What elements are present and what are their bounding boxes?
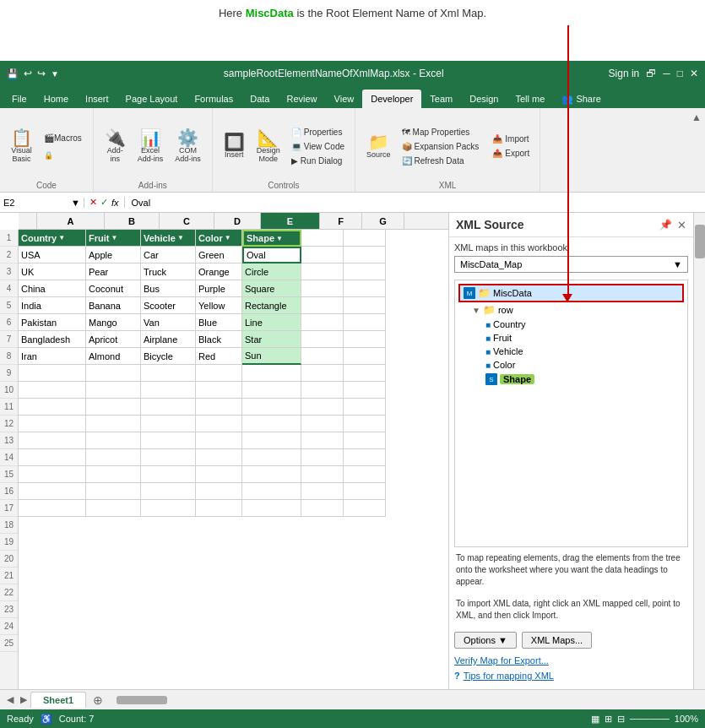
cell-c10[interactable] bbox=[141, 382, 196, 399]
cell-b10[interactable] bbox=[86, 382, 141, 399]
cell-a12[interactable] bbox=[19, 416, 86, 432]
cell-b13[interactable] bbox=[86, 432, 141, 449]
cell-a17[interactable] bbox=[19, 500, 86, 517]
tab-design[interactable]: Design bbox=[461, 90, 507, 108]
cell-e11[interactable] bbox=[242, 399, 301, 416]
cell-a13[interactable] bbox=[19, 432, 86, 449]
cell-a8[interactable]: Iran bbox=[19, 348, 86, 365]
tab-page-layout[interactable]: Page Layout bbox=[117, 90, 187, 108]
cell-e17[interactable] bbox=[242, 500, 301, 517]
cell-b4[interactable]: Coconut bbox=[86, 280, 141, 297]
cell-a15[interactable] bbox=[19, 466, 86, 483]
cell-b16[interactable] bbox=[86, 483, 141, 500]
cell-g10[interactable] bbox=[344, 382, 386, 399]
cell-f4[interactable] bbox=[301, 280, 344, 297]
ribbon-collapse-button[interactable]: ▲ bbox=[688, 108, 705, 192]
cell-d3[interactable]: Orange bbox=[196, 263, 242, 280]
cell-e16[interactable] bbox=[242, 483, 301, 500]
col-header-f[interactable]: F bbox=[320, 213, 362, 229]
cell-c15[interactable] bbox=[141, 466, 196, 483]
cell-b3[interactable]: Pear bbox=[86, 263, 141, 280]
page-layout-icon[interactable]: ⊞ bbox=[605, 714, 612, 725]
cell-c11[interactable] bbox=[141, 399, 196, 416]
tree-node-vehicle[interactable]: ■ Vehicle bbox=[485, 345, 684, 358]
cell-b15[interactable] bbox=[86, 466, 141, 483]
cell-b6[interactable]: Mango bbox=[86, 314, 141, 331]
insert-function-icon[interactable]: fx bbox=[111, 198, 119, 208]
cell-g16[interactable] bbox=[344, 483, 386, 500]
restore-button[interactable]: 🗗 bbox=[646, 68, 656, 79]
sheet-tab-sheet1[interactable]: Sheet1 bbox=[30, 692, 86, 708]
xml-maps-button[interactable]: XML Maps... bbox=[522, 632, 592, 649]
tab-data[interactable]: Data bbox=[241, 90, 278, 108]
cell-a9[interactable] bbox=[19, 365, 86, 382]
col-header-a[interactable]: A bbox=[37, 213, 105, 229]
cell-f15[interactable] bbox=[301, 466, 344, 483]
cell-b11[interactable] bbox=[86, 399, 141, 416]
addins-button[interactable]: 🔌 Add-ins bbox=[100, 127, 130, 166]
expansion-packs-button[interactable]: 📦 Expansion Packs bbox=[399, 140, 483, 153]
map-properties-button[interactable]: 🗺 Map Properties bbox=[399, 126, 483, 139]
cell-f12[interactable] bbox=[301, 416, 344, 432]
cell-b9[interactable] bbox=[86, 365, 141, 382]
cell-d13[interactable] bbox=[196, 432, 242, 449]
cell-f14[interactable] bbox=[301, 449, 344, 466]
cell-c5[interactable]: Scooter bbox=[141, 297, 196, 314]
cell-g6[interactable] bbox=[344, 314, 386, 331]
cell-a1[interactable]: Country bbox=[19, 230, 86, 247]
cell-c9[interactable] bbox=[141, 365, 196, 382]
cell-f16[interactable] bbox=[301, 483, 344, 500]
com-addins-button[interactable]: ⚙️ COMAdd-ins bbox=[171, 127, 205, 166]
cell-g12[interactable] bbox=[344, 416, 386, 432]
minimize-button[interactable]: ─ bbox=[663, 68, 670, 79]
cell-d11[interactable] bbox=[196, 399, 242, 416]
normal-view-icon[interactable]: ▦ bbox=[591, 714, 599, 725]
cell-a16[interactable] bbox=[19, 483, 86, 500]
cell-d12[interactable] bbox=[196, 416, 242, 432]
cell-d16[interactable] bbox=[196, 483, 242, 500]
import-button[interactable]: 📥 Import bbox=[489, 133, 533, 145]
tab-insert[interactable]: Insert bbox=[77, 90, 117, 108]
redo-button[interactable]: ↪ bbox=[37, 68, 46, 79]
cell-ref-dropdown[interactable]: ▼ bbox=[71, 198, 80, 208]
cell-b1[interactable]: Fruit bbox=[86, 230, 141, 247]
cell-f2[interactable] bbox=[301, 247, 344, 263]
cell-c2[interactable]: Car bbox=[141, 247, 196, 263]
tree-node-fruit[interactable]: ■ Fruit bbox=[485, 331, 684, 345]
cell-a7[interactable]: Bangladesh bbox=[19, 331, 86, 348]
cell-c7[interactable]: Airplane bbox=[141, 331, 196, 348]
cell-d14[interactable] bbox=[196, 449, 242, 466]
cell-b5[interactable]: Banana bbox=[86, 297, 141, 314]
cell-g4[interactable] bbox=[344, 280, 386, 297]
tab-view[interactable]: View bbox=[326, 90, 363, 108]
cell-e14[interactable] bbox=[242, 449, 301, 466]
cell-b17[interactable] bbox=[86, 500, 141, 517]
cell-d8[interactable]: Red bbox=[196, 348, 242, 365]
cell-c8[interactable]: Bicycle bbox=[141, 348, 196, 365]
maximize-button[interactable]: □ bbox=[677, 68, 683, 79]
cell-f11[interactable] bbox=[301, 399, 344, 416]
xml-map-dropdown[interactable]: MiscData_Map ▼ bbox=[454, 256, 688, 273]
cell-reference-box[interactable]: E2 ▼ bbox=[0, 198, 84, 208]
cell-f3[interactable] bbox=[301, 263, 344, 280]
h-scroll-area[interactable] bbox=[110, 696, 705, 704]
cell-e10[interactable] bbox=[242, 382, 301, 399]
h-scroll-thumb[interactable] bbox=[117, 696, 167, 704]
cell-d15[interactable] bbox=[196, 466, 242, 483]
refresh-data-button[interactable]: 🔄 Refresh Data bbox=[399, 155, 483, 167]
cell-e8[interactable]: Sun bbox=[242, 348, 301, 365]
source-button[interactable]: 📁 Source bbox=[362, 131, 395, 161]
cell-e13[interactable] bbox=[242, 432, 301, 449]
cell-a3[interactable]: UK bbox=[19, 263, 86, 280]
save-icon[interactable]: 💾 bbox=[7, 68, 19, 79]
tab-home[interactable]: Home bbox=[35, 90, 77, 108]
excel-addins-button[interactable]: 📊 ExcelAdd-ins bbox=[133, 127, 168, 166]
cell-d2[interactable]: Green bbox=[196, 247, 242, 263]
cell-a11[interactable] bbox=[19, 399, 86, 416]
sign-in-link[interactable]: Sign in bbox=[609, 68, 640, 79]
visual-basic-button[interactable]: 📋 VisualBasic bbox=[7, 127, 36, 166]
cell-e1[interactable]: Shape bbox=[242, 230, 301, 247]
view-code-button[interactable]: 💻 View Code bbox=[288, 140, 348, 153]
tab-formulas[interactable]: Formulas bbox=[186, 90, 241, 108]
tree-node-country[interactable]: ■ Country bbox=[485, 318, 684, 331]
